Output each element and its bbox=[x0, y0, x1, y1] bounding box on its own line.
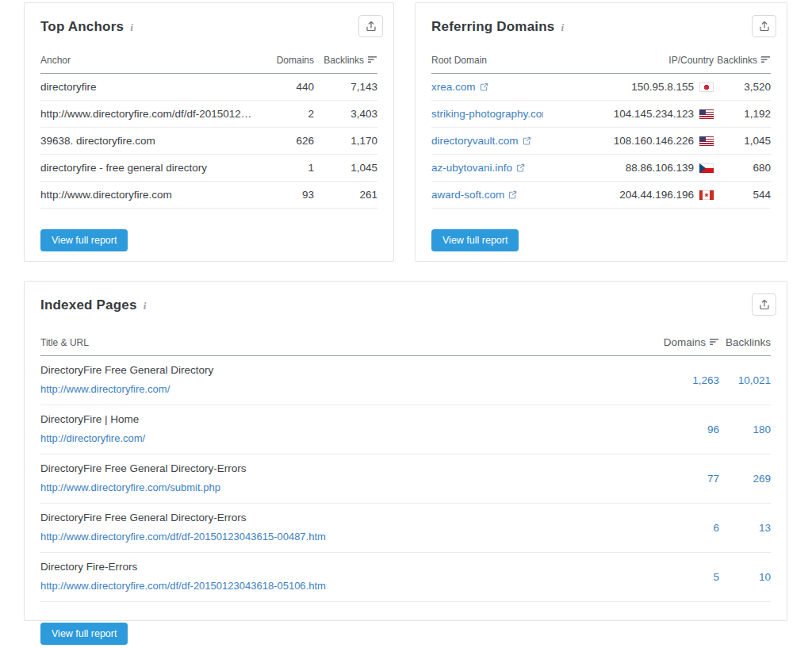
page-url-link[interactable]: http://www.directoryfire.com/df/df-20150… bbox=[40, 580, 326, 592]
panel-header: Top Anchors i bbox=[25, 3, 393, 37]
view-full-report-button[interactable]: View full report bbox=[40, 229, 128, 251]
column-header-domains[interactable]: Domains bbox=[660, 336, 719, 348]
page-title: DirectoryFire | Home bbox=[40, 413, 660, 425]
table-header-row: Root Domain IP/Country Backlinks bbox=[431, 48, 771, 74]
table-row: DirectoryFire | Home http://directoryfir… bbox=[40, 405, 771, 454]
domains-link[interactable]: 1,263 bbox=[660, 374, 719, 386]
backlinks-link[interactable]: 180 bbox=[719, 424, 771, 435]
export-button[interactable] bbox=[752, 293, 776, 316]
flag-japan-icon bbox=[699, 82, 714, 92]
domains-link[interactable]: 77 bbox=[660, 473, 719, 485]
external-link-icon[interactable] bbox=[516, 163, 525, 174]
table-row: directoryfire 440 7,143 bbox=[40, 74, 377, 101]
backlinks-cell: 680 bbox=[714, 162, 771, 174]
panel-title: Top Anchors bbox=[40, 19, 124, 35]
anchor-cell: directoryfire bbox=[40, 81, 255, 93]
export-icon bbox=[759, 299, 770, 310]
info-icon[interactable]: i bbox=[130, 21, 133, 34]
domains-link[interactable]: 96 bbox=[660, 424, 719, 435]
anchor-cell: directoryfire - free general directory bbox=[40, 162, 255, 174]
backlinks-cell: 1,192 bbox=[714, 108, 771, 120]
backlinks-link[interactable]: 269 bbox=[719, 473, 771, 485]
page-url-link[interactable]: http://www.directoryfire.com/ bbox=[40, 383, 170, 395]
referring-domains-table: Root Domain IP/Country Backlinks xrea.co… bbox=[431, 48, 771, 209]
table-row: http://www.directoryfire.com/df/df-20150… bbox=[40, 101, 377, 128]
backlinks-cell: 3,520 bbox=[714, 81, 771, 93]
page-url-link[interactable]: http://www.directoryfire.com/submit.php bbox=[40, 481, 220, 493]
backlinks-cell: 1,170 bbox=[314, 135, 377, 147]
column-header-backlinks[interactable]: Backlinks bbox=[714, 55, 771, 66]
top-anchors-table: Anchor Domains Backlinks directoryfire 4… bbox=[40, 48, 377, 209]
external-link-icon[interactable] bbox=[523, 136, 531, 148]
table-row: directoryfire - free general directory 1… bbox=[40, 155, 377, 182]
page-url-link[interactable]: http://www.directoryfire.com/df/df-20150… bbox=[40, 531, 326, 543]
table-row: striking-photography.com 104.145.234.123… bbox=[431, 101, 771, 128]
export-button[interactable] bbox=[752, 15, 776, 37]
anchor-cell: http://www.directoryfire.com/df/df-20150… bbox=[40, 108, 255, 120]
panel-title: Indexed Pages bbox=[40, 297, 137, 313]
column-header-title-url: Title & URL bbox=[40, 337, 660, 348]
page-title: DirectoryFire Free General Directory-Err… bbox=[40, 462, 660, 474]
sort-descending-icon bbox=[710, 336, 719, 348]
panel-header: Referring Domains i bbox=[416, 3, 787, 37]
external-link-icon[interactable] bbox=[480, 82, 488, 94]
panel-title: Referring Domains bbox=[431, 19, 555, 35]
column-header-backlinks[interactable]: Backlinks bbox=[314, 55, 377, 66]
export-button[interactable] bbox=[358, 15, 383, 37]
table-row: 39638. directoryfire.com 626 1,170 bbox=[40, 128, 377, 155]
ip-address: 204.44.196.196 bbox=[619, 189, 694, 201]
backlinks-cell: 7,143 bbox=[314, 81, 377, 93]
backlinks-link[interactable]: 13 bbox=[719, 522, 771, 534]
domains-link[interactable]: 5 bbox=[660, 571, 719, 583]
table-row: Directory Fire-Errors http://www.directo… bbox=[40, 553, 771, 602]
table-header-row: Anchor Domains Backlinks bbox=[40, 48, 377, 74]
domains-cell: 93 bbox=[255, 189, 314, 201]
root-domain-link[interactable]: award-soft.com bbox=[431, 189, 504, 201]
root-domain-link[interactable]: striking-photography.com bbox=[431, 108, 543, 120]
anchor-cell: 39638. directoryfire.com bbox=[40, 135, 255, 147]
export-icon bbox=[759, 21, 770, 32]
page-title: DirectoryFire Free General Directory bbox=[40, 364, 660, 376]
column-header-anchor: Anchor bbox=[40, 55, 255, 66]
referring-domains-panel: Referring Domains i Root Domain IP/Count… bbox=[415, 2, 787, 262]
root-domain-link[interactable]: directoryvault.com bbox=[431, 135, 519, 147]
export-icon bbox=[366, 21, 377, 32]
domains-cell: 626 bbox=[255, 135, 314, 147]
domains-cell: 2 bbox=[255, 108, 314, 120]
info-icon[interactable]: i bbox=[144, 300, 147, 312]
flag-czech-republic-icon bbox=[699, 163, 714, 173]
domains-link[interactable]: 6 bbox=[660, 522, 719, 534]
table-row: directoryvault.com 108.160.146.226 1,045 bbox=[431, 128, 771, 155]
panel-header: Indexed Pages i bbox=[25, 282, 787, 316]
indexed-pages-panel: Indexed Pages i Title & URL Domains Back… bbox=[24, 281, 787, 621]
flag-united-states-icon bbox=[699, 109, 714, 119]
external-link-icon[interactable] bbox=[508, 190, 517, 201]
view-full-report-button[interactable]: View full report bbox=[431, 229, 519, 251]
backlinks-link[interactable]: 10 bbox=[719, 571, 771, 583]
backlinks-cell: 3,403 bbox=[314, 108, 377, 120]
domains-cell: 440 bbox=[255, 81, 314, 93]
table-row: DirectoryFire Free General Directory-Err… bbox=[40, 454, 771, 504]
table-row: xrea.com 150.95.8.155 3,520 bbox=[431, 74, 771, 101]
sort-descending-icon bbox=[368, 55, 377, 66]
top-anchors-panel: Top Anchors i Anchor Domains Backlinks d… bbox=[24, 2, 394, 262]
page-url-link[interactable]: http://directoryfire.com/ bbox=[40, 432, 145, 444]
anchor-cell: http://www.directoryfire.com bbox=[40, 189, 255, 201]
ip-address: 104.145.234.123 bbox=[614, 108, 694, 120]
table-row: DirectoryFire Free General Directory htt… bbox=[40, 356, 771, 405]
view-full-report-button[interactable]: View full report bbox=[40, 623, 128, 645]
root-domain-link[interactable]: az-ubytovani.info bbox=[431, 162, 512, 174]
column-header-root-domain: Root Domain bbox=[431, 55, 543, 66]
table-row: http://www.directoryfire.com 93 261 bbox=[40, 182, 377, 209]
sort-descending-icon bbox=[761, 55, 771, 66]
info-icon[interactable]: i bbox=[561, 21, 565, 34]
column-header-backlinks: Backlinks bbox=[719, 336, 771, 348]
indexed-pages-table: Title & URL Domains Backlinks DirectoryF… bbox=[40, 330, 771, 602]
page-title: Directory Fire-Errors bbox=[40, 561, 660, 573]
table-header-row: Title & URL Domains Backlinks bbox=[40, 330, 771, 356]
flag-canada-icon bbox=[699, 190, 714, 200]
root-domain-link[interactable]: xrea.com bbox=[431, 81, 476, 93]
column-header-ip-country: IP/Country bbox=[543, 55, 714, 66]
ip-address: 88.86.106.139 bbox=[626, 162, 694, 174]
backlinks-link[interactable]: 10,021 bbox=[719, 374, 771, 386]
